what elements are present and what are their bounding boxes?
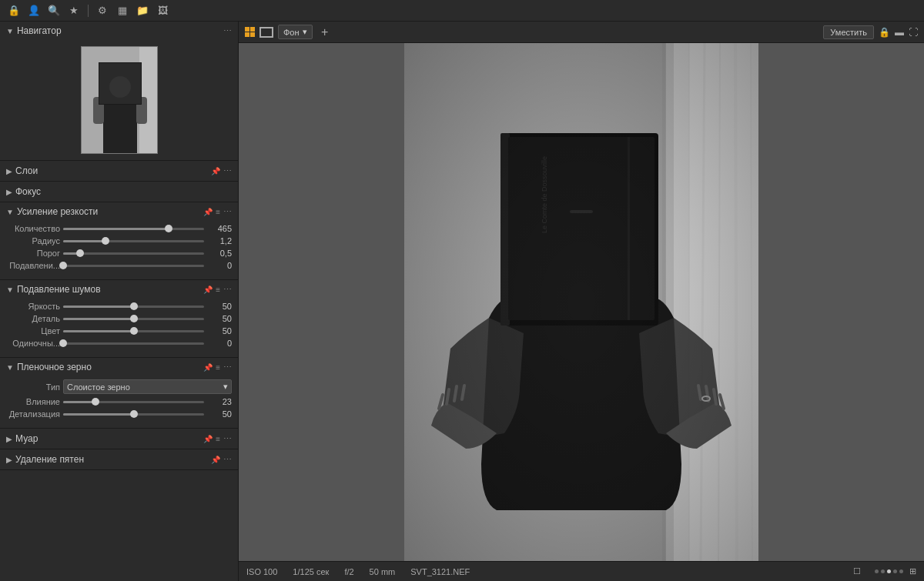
- grain-detail-thumb[interactable]: [130, 410, 138, 418]
- color-label: Цвет: [6, 326, 60, 336]
- grain-detail-slider[interactable]: [63, 413, 204, 416]
- separator-1: [88, 5, 89, 17]
- grain-detail-fill: [63, 413, 134, 416]
- star-icon[interactable]: ★: [66, 3, 82, 18]
- detail-value: 50: [207, 314, 232, 323]
- shutter-info: 1/125 сек: [293, 567, 329, 576]
- grain-type-select[interactable]: Слоистое зерно ▾: [63, 379, 232, 394]
- spot-pin-icon[interactable]: 📌: [211, 456, 220, 464]
- noise-pin-icon[interactable]: 📌: [203, 285, 213, 294]
- svg-rect-28: [404, 43, 758, 561]
- masking-thumb[interactable]: [59, 262, 67, 269]
- tab-dropdown[interactable]: Фон ▾: [278, 25, 313, 39]
- color-thumb[interactable]: [130, 327, 138, 335]
- sharpening-more-icon[interactable]: ⋯: [223, 207, 232, 217]
- single-slider[interactable]: [63, 342, 204, 345]
- moire-list-icon[interactable]: ≡: [216, 435, 220, 443]
- brightness-thumb[interactable]: [130, 302, 138, 310]
- detail-row: Деталь 50: [6, 314, 232, 323]
- spot-removal-arrow: ▶: [6, 456, 12, 464]
- single-value: 0: [207, 339, 232, 348]
- moire-more-icon[interactable]: ⋯: [223, 434, 232, 444]
- moire-header[interactable]: ▶ Муар 📌 ≡ ⋯: [0, 429, 238, 449]
- lock-icon[interactable]: 🔒: [6, 3, 22, 18]
- radius-fill: [63, 240, 105, 242]
- compare-icon[interactable]: ▬: [895, 27, 904, 38]
- focus-header[interactable]: ▶ Фокус: [0, 182, 238, 202]
- masking-slider[interactable]: [63, 265, 204, 267]
- grid-icon[interactable]: ▦: [115, 3, 130, 18]
- image-icon[interactable]: 🖼: [155, 3, 170, 18]
- navigator-thumb-svg: [82, 47, 158, 154]
- influence-row: Влияние 23: [6, 397, 232, 406]
- search-icon[interactable]: 🔍: [46, 3, 62, 18]
- brightness-fill: [63, 306, 134, 308]
- moire-pin-icon[interactable]: 📌: [203, 435, 213, 443]
- grain-more-icon[interactable]: ⋯: [223, 362, 232, 372]
- sharpening-pin-icon[interactable]: 📌: [203, 208, 213, 216]
- influence-slider[interactable]: [63, 401, 204, 403]
- noise-list-icon[interactable]: ≡: [216, 285, 220, 294]
- threshold-row: Порог 0,5: [6, 249, 232, 258]
- spot-more-icon[interactable]: ⋯: [223, 455, 232, 465]
- detail-slider[interactable]: [63, 318, 204, 320]
- view-mode-icon[interactable]: ☐: [853, 566, 861, 576]
- layers-arrow: ▶: [6, 167, 12, 175]
- detail-thumb[interactable]: [130, 315, 138, 322]
- grain-pin-icon[interactable]: 📌: [203, 363, 213, 372]
- aperture-info: f/2: [344, 567, 353, 576]
- spot-removal-header[interactable]: ▶ Удаление пятен 📌 ⋯: [0, 449, 238, 469]
- noise-section: ▼ Подавление шумов 📌 ≡ ⋯ Яркость 50: [0, 280, 238, 358]
- influence-value: 23: [207, 397, 232, 406]
- threshold-slider[interactable]: [63, 252, 204, 255]
- sharpening-list-icon[interactable]: ≡: [216, 208, 220, 216]
- amount-slider[interactable]: [63, 228, 204, 230]
- brightness-slider[interactable]: [63, 306, 204, 308]
- dot-1: [875, 569, 879, 573]
- moire-title: Муар: [15, 433, 38, 444]
- amount-thumb[interactable]: [165, 225, 172, 232]
- grain-list-icon[interactable]: ≡: [216, 363, 220, 372]
- influence-thumb[interactable]: [92, 398, 99, 406]
- grain-type-value: Слоистое зерно: [67, 382, 130, 392]
- user-icon[interactable]: 👤: [26, 3, 42, 18]
- sharpening-header[interactable]: ▼ Усиление резкости 📌 ≡ ⋯: [0, 202, 238, 221]
- settings-icon[interactable]: ⚙: [95, 3, 110, 18]
- masking-value: 0: [207, 261, 232, 270]
- noise-more-icon[interactable]: ⋯: [223, 285, 232, 295]
- single-thumb[interactable]: [59, 339, 67, 347]
- influence-label: Влияние: [6, 397, 60, 406]
- single-view-icon[interactable]: [259, 27, 273, 38]
- grain-header[interactable]: ▼ Пленочное зерно 📌 ≡ ⋯: [0, 358, 238, 376]
- navigator-more-icon[interactable]: ⋯: [223, 26, 232, 36]
- navigator-header[interactable]: ▼ Навигатор ⋯: [0, 22, 238, 40]
- lock-view-icon[interactable]: 🔒: [879, 27, 890, 38]
- fit-button[interactable]: Уместить: [823, 25, 874, 39]
- grain-detail-label: Детализация: [6, 409, 60, 419]
- radius-thumb[interactable]: [102, 237, 109, 245]
- noise-header[interactable]: ▼ Подавление шумов 📌 ≡ ⋯: [0, 280, 238, 299]
- layers-pin-icon[interactable]: 📌: [211, 167, 220, 175]
- layers-header[interactable]: ▶ Слои 📌 ⋯: [0, 161, 238, 181]
- radius-slider[interactable]: [63, 240, 204, 242]
- noise-content: Яркость 50 Деталь 50 Цвет: [0, 299, 238, 357]
- color-slider[interactable]: [63, 330, 204, 332]
- iso-info: ISO 100: [246, 567, 277, 576]
- threshold-value: 0,5: [207, 249, 232, 258]
- layers-more-icon[interactable]: ⋯: [223, 166, 232, 176]
- single-label: Одиночны...: [6, 339, 60, 348]
- navigator-arrow: ▼: [6, 27, 14, 35]
- grid-view-icon[interactable]: [245, 27, 255, 37]
- filename-value: SVT_3121.NEF: [410, 567, 470, 576]
- expand-icon[interactable]: ⛶: [909, 27, 918, 38]
- grain-detail-value: 50: [207, 409, 232, 419]
- threshold-thumb[interactable]: [76, 249, 84, 257]
- add-tab-button[interactable]: +: [317, 25, 333, 40]
- dot-2: [881, 569, 885, 573]
- noise-arrow: ▼: [6, 285, 14, 294]
- grid-bottom-icon[interactable]: ⊞: [909, 566, 916, 576]
- folder-icon[interactable]: 📁: [135, 3, 150, 18]
- masking-label: Подавлени...: [6, 261, 60, 270]
- focus-title: Фокус: [15, 186, 41, 197]
- focal-length-value: 50 mm: [370, 567, 396, 576]
